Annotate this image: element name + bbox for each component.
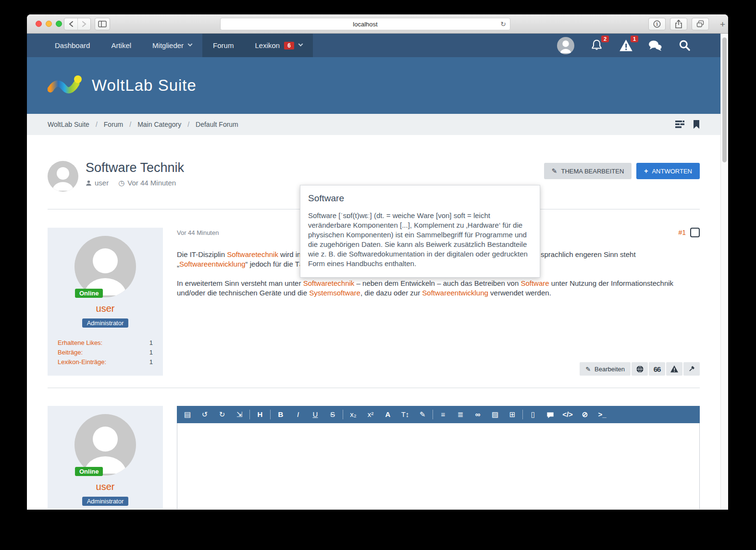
nav-item-lexikon[interactable]: Lexikon6: [244, 34, 312, 57]
clock-icon: ◷: [118, 179, 124, 187]
composer-author-avatar[interactable]: [74, 414, 136, 476]
page-icon[interactable]: ▯: [524, 406, 542, 423]
conversations-button[interactable]: [648, 38, 662, 53]
search-icon: [678, 39, 691, 52]
bookmark-icon[interactable]: [693, 120, 700, 129]
scrollbar-thumb[interactable]: [722, 37, 727, 162]
password-manager-button[interactable]: 1: [648, 18, 666, 30]
font-color-icon[interactable]: A: [379, 406, 397, 423]
maximize-icon[interactable]: ⇲: [231, 406, 248, 423]
heading-icon[interactable]: H: [251, 406, 269, 423]
spoiler-icon[interactable]: ⊘: [576, 406, 594, 423]
breadcrumb-link[interactable]: Default Forum: [196, 121, 238, 128]
scrollbar-track[interactable]: [720, 34, 728, 509]
report-button[interactable]: [666, 362, 682, 376]
tabs-overview-button[interactable]: [692, 18, 709, 30]
thread-list-icon[interactable]: [675, 121, 684, 128]
unordered-list-icon[interactable]: ≡: [434, 406, 452, 423]
bold-icon[interactable]: B: [272, 406, 289, 423]
redo-icon[interactable]: ↻: [213, 406, 231, 423]
back-button[interactable]: [64, 18, 77, 30]
edit-thread-button[interactable]: ✎ THEMA BEARBEITEN: [544, 163, 632, 179]
thread-author[interactable]: user: [86, 179, 109, 187]
post-select-checkbox[interactable]: [690, 228, 700, 237]
notifications-button[interactable]: 2: [589, 38, 604, 53]
nav-item-label: Lexikon: [255, 41, 280, 49]
window-controls: [36, 21, 62, 27]
link-icon[interactable]: ∞: [469, 406, 486, 423]
edit-post-button[interactable]: ✎ Bearbeiten: [580, 362, 631, 376]
breadcrumb-link[interactable]: Main Category: [137, 121, 181, 128]
sidebar-toggle-button[interactable]: [95, 18, 110, 30]
post-timestamp: Vor 44 Minuten: [177, 229, 219, 236]
lexicon-link[interactable]: Systemsoftware: [309, 289, 360, 297]
breadcrumb-link[interactable]: Forum: [104, 121, 123, 128]
quote-button[interactable]: 66: [649, 362, 665, 376]
lexicon-link[interactable]: Softwareentwicklung: [422, 289, 488, 297]
share-button[interactable]: [670, 18, 687, 30]
lexicon-link[interactable]: Softwareentwicklung: [179, 260, 246, 268]
breadcrumb-link[interactable]: WoltLab Suite: [48, 121, 89, 128]
user-menu-avatar[interactable]: [557, 37, 574, 54]
moderation-button[interactable]: 1: [619, 38, 633, 53]
user-silhouette-icon: [74, 236, 136, 297]
underline-icon[interactable]: U: [307, 406, 324, 423]
composer-author-name[interactable]: user: [48, 481, 163, 492]
thread-author-avatar[interactable]: [48, 161, 78, 192]
brush-icon[interactable]: ✎: [414, 406, 431, 423]
editor-text-area[interactable]: [177, 423, 700, 509]
permalink-button[interactable]: [632, 362, 648, 376]
reply-editor: ▤↺↻⇲HBIUSx₂x²AT↕✎≡≣∞▨⊞▯</>⊘>_: [177, 406, 700, 509]
minimize-window-button[interactable]: [46, 21, 52, 27]
reload-icon[interactable]: ↻: [500, 20, 506, 28]
forward-button[interactable]: [77, 18, 90, 30]
lexicon-link[interactable]: Softwaretechnik: [303, 279, 355, 287]
post-number-link[interactable]: #1: [678, 229, 686, 236]
subscript-icon[interactable]: x₂: [345, 406, 362, 423]
font-size-icon[interactable]: T↕: [397, 406, 414, 423]
comment-icon[interactable]: [542, 406, 559, 423]
moderation-badge: 1: [631, 36, 638, 42]
source-code-icon[interactable]: ▤: [179, 406, 196, 423]
new-tab-button[interactable]: +: [720, 19, 725, 30]
zoom-window-button[interactable]: [56, 21, 62, 27]
superscript-icon[interactable]: x²: [362, 406, 379, 423]
terminal-icon[interactable]: >_: [594, 406, 611, 423]
close-window-button[interactable]: [36, 21, 42, 27]
alignment-icon[interactable]: ≣: [452, 406, 469, 423]
pencil-icon: ✎: [585, 366, 591, 373]
nav-item-dashboard[interactable]: Dashboard: [44, 34, 100, 57]
moderation-button-post[interactable]: [683, 362, 700, 376]
chevron-down-icon: [188, 42, 193, 47]
tabs-overview-icon: [696, 20, 705, 28]
address-bar[interactable]: localhost ↻: [220, 18, 510, 30]
code-icon[interactable]: </>: [559, 406, 576, 423]
text-segment: “ jedoch für die Tä: [246, 260, 304, 268]
notifications-badge: 2: [601, 36, 609, 42]
post-author-avatar[interactable]: [74, 236, 136, 297]
strikethrough-icon[interactable]: S: [324, 406, 341, 423]
user-icon: [557, 37, 574, 54]
undo-icon[interactable]: ↺: [196, 406, 213, 423]
brand-title[interactable]: WoltLab Suite: [92, 76, 197, 95]
toolbar-separator: [343, 410, 343, 419]
table-icon[interactable]: ⊞: [504, 406, 521, 423]
text-segment: In erweitertem Sinn versteht man unter: [177, 279, 303, 287]
breadcrumb-separator: /: [96, 121, 98, 128]
italic-icon[interactable]: I: [289, 406, 307, 423]
lexicon-tooltip: Software Software [ˈsɒf(t)wɛː] (dt. = we…: [300, 185, 540, 278]
image-icon[interactable]: ▨: [486, 406, 504, 423]
search-button[interactable]: [677, 38, 692, 53]
nav-item-artikel[interactable]: Artikel: [100, 34, 142, 57]
nav-item-forum[interactable]: Forum: [202, 34, 244, 57]
post-author-sidebar: Online user Administrator Erhaltene Like…: [48, 228, 163, 376]
person-icon: [86, 180, 92, 186]
post-author-name[interactable]: user: [48, 303, 163, 314]
nav-item-mitglieder[interactable]: Mitglieder: [142, 34, 202, 57]
lexicon-link[interactable]: Softwaretechnik: [227, 250, 278, 258]
online-status-badge: Online: [75, 289, 103, 298]
woltlab-logo[interactable]: [48, 72, 84, 99]
svg-text:1: 1: [656, 22, 658, 26]
reply-button[interactable]: + ANTWORTEN: [636, 163, 700, 179]
lexicon-link[interactable]: Software: [521, 279, 549, 287]
